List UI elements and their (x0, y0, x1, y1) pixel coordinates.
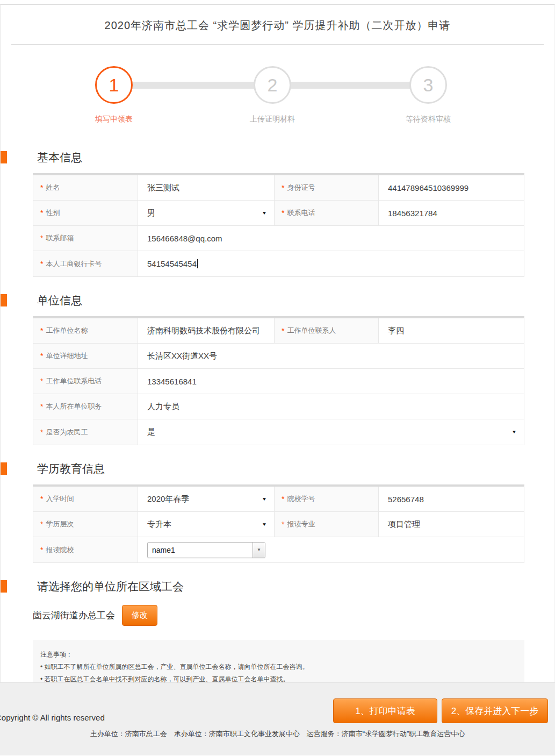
school-label: *报读院校 (33, 537, 138, 562)
selected-union-row: 崮云湖街道办总工会 修改 (33, 605, 554, 626)
migrant-worker-label: *是否为农民工 (33, 419, 138, 445)
table-row: *工作单位联系电话 13345616841 (33, 369, 524, 394)
application-form-card: 2020年济南市总工会 “求学圆梦行动” 学历提升补助（二次开放）申请 1 2 … (0, 4, 555, 682)
required-marker: * (40, 352, 43, 360)
required-marker: * (40, 402, 43, 411)
section-basic-info: 基本信息 *姓名 张三测试 *身份证号 441478964510369999 *… (1, 150, 554, 277)
table-row: *入学时间 2020年春季▼ *院校学号 52656748 (33, 487, 524, 512)
gender-label: *性别 (33, 201, 138, 225)
section-union-title: 请选择您的单位所在区域工会 (37, 579, 554, 594)
company-phone-field[interactable]: 13345616841 (138, 369, 524, 394)
table-row: *报读院校 name1 ▼ (33, 537, 524, 562)
step-1-circle: 1 (95, 66, 133, 104)
name-label: *姓名 (33, 175, 138, 200)
required-marker: * (40, 260, 43, 268)
dropdown-arrow-icon: ▼ (262, 496, 267, 501)
required-marker: * (40, 326, 43, 335)
education-info-table: *入学时间 2020年春季▼ *院校学号 52656748 *学历层次 专升本▼… (33, 484, 524, 563)
copyright-text: Copyright © All rights reserved (0, 713, 105, 722)
page-title: 2020年济南市总工会 “求学圆梦行动” 学历提升补助（二次开放）申请 (1, 5, 554, 44)
step-3-label: 等待资料审核 (374, 115, 482, 124)
phone-label: *联系电话 (274, 201, 379, 225)
required-marker: * (40, 520, 43, 529)
name-field[interactable]: 张三测试 (138, 175, 274, 200)
company-contact-field[interactable]: 李四 (379, 318, 524, 343)
bank-card-label: *本人工商银行卡号 (33, 251, 138, 276)
required-marker: * (40, 183, 43, 192)
company-address-label: *单位详细地址 (33, 344, 138, 368)
notes-box: 注意事项： • 如职工不了解所在单位所属的区总工会，产业、直属单位工会名称，请向… (33, 640, 524, 682)
section-company-header: 单位信息 (1, 293, 554, 308)
table-row: *单位详细地址 长清区XX街道XX号 (33, 344, 524, 369)
table-row: *性别 男▼ *联系电话 18456321784 (33, 201, 524, 226)
gender-select[interactable]: 男▼ (138, 201, 274, 225)
basic-info-table: *姓名 张三测试 *身份证号 441478964510369999 *性别 男▼… (33, 173, 524, 277)
step-1-number: 1 (109, 75, 119, 96)
page-footer: Copyright © All rights reserved 1、打印申请表 … (0, 682, 555, 755)
step-2-label: 上传证明材料 (219, 115, 326, 124)
education-level-label: *学历层次 (33, 512, 138, 537)
major-label: *报读专业 (274, 512, 379, 537)
required-marker: * (40, 495, 43, 503)
table-row: *学历层次 专升本▼ *报读专业 项目管理 (33, 512, 524, 537)
selected-union-name: 崮云湖街道办总工会 (33, 609, 115, 622)
student-id-field[interactable]: 52656748 (379, 487, 524, 511)
section-education-header: 学历教育信息 (1, 461, 554, 476)
dropdown-arrow-icon: ▼ (262, 522, 267, 526)
email-field[interactable]: 156466848@qq.com (138, 226, 524, 251)
table-row: *工作单位名称 济南科明数码技术股份有限公司 *工作单位联系人 李四 (33, 318, 524, 344)
id-number-field[interactable]: 441478964510369999 (379, 175, 524, 200)
dropdown-arrow-icon: ▼ (262, 210, 267, 215)
orange-marker (0, 294, 7, 306)
required-marker: * (40, 209, 43, 217)
note-item: • 若职工在区总工会名单中找不到对应的名称，可以到产业、直属单位工会名单中查找。 (40, 673, 517, 682)
enrollment-time-select[interactable]: 2020年春季▼ (138, 487, 274, 511)
orange-marker (0, 462, 7, 475)
section-company-title: 单位信息 (37, 293, 554, 308)
company-address-field[interactable]: 长清区XX街道XX号 (138, 344, 524, 368)
company-name-field[interactable]: 济南科明数码技术股份有限公司 (138, 318, 274, 343)
section-education-title: 学历教育信息 (37, 461, 554, 476)
school-cell: name1 ▼ (138, 537, 524, 562)
education-level-select[interactable]: 专升本▼ (138, 512, 274, 537)
table-row: *本人所在单位职务 人力专员 (33, 394, 524, 419)
migrant-worker-select[interactable]: 是▼ (138, 419, 524, 445)
major-field[interactable]: 项目管理 (379, 512, 524, 537)
step-2-number: 2 (268, 75, 278, 96)
title-divider (11, 44, 544, 45)
table-row: *姓名 张三测试 *身份证号 441478964510369999 (33, 175, 524, 201)
orange-marker (0, 580, 7, 593)
section-union: 请选择您的单位所在区域工会 崮云湖街道办总工会 修改 注意事项： • 如职工不了… (1, 579, 554, 682)
orange-marker (0, 151, 7, 163)
table-row: *本人工商银行卡号 54154545454 (33, 251, 524, 276)
required-marker: * (40, 546, 43, 554)
step-indicator: 1 2 3 填写申领表 上传证明材料 等待资料审核 (1, 64, 554, 145)
company-name-label: *工作单位名称 (33, 318, 138, 343)
section-union-header: 请选择您的单位所在区域工会 (1, 579, 554, 594)
text-cursor (197, 259, 198, 268)
step-connector-1-2 (114, 82, 272, 89)
school-combobox-value: name1 (152, 546, 175, 554)
print-application-button[interactable]: 1、打印申请表 (333, 698, 437, 723)
position-field[interactable]: 人力专员 (138, 394, 524, 419)
step-1-label: 填写申领表 (60, 115, 168, 124)
note-item: • 如职工不了解所在单位所属的区总工会，产业、直属单位工会名称，请向单位所在工会… (40, 661, 517, 673)
step-2-circle: 2 (254, 66, 291, 104)
email-label: *联系邮箱 (33, 226, 138, 251)
phone-field[interactable]: 18456321784 (379, 201, 524, 225)
section-company-info: 单位信息 *工作单位名称 济南科明数码技术股份有限公司 *工作单位联系人 李四 … (1, 293, 554, 445)
required-marker: * (40, 428, 43, 437)
bank-card-field[interactable]: 54154545454 (138, 251, 524, 276)
table-row: *是否为农民工 是▼ (33, 419, 524, 445)
step-3-circle: 3 (409, 66, 447, 104)
dropdown-arrow-icon: ▼ (511, 430, 517, 434)
required-marker: * (282, 495, 284, 503)
enrollment-time-label: *入学时间 (33, 487, 138, 511)
school-combobox[interactable]: name1 ▼ (147, 542, 265, 558)
combobox-arrow-icon: ▼ (253, 543, 265, 558)
modify-union-button[interactable]: 修改 (122, 605, 157, 626)
save-next-step-button[interactable]: 2、保存并进入下一步 (442, 698, 548, 723)
position-label: *本人所在单位职务 (33, 394, 138, 419)
required-marker: * (40, 377, 43, 386)
company-info-table: *工作单位名称 济南科明数码技术股份有限公司 *工作单位联系人 李四 *单位详细… (33, 316, 524, 445)
